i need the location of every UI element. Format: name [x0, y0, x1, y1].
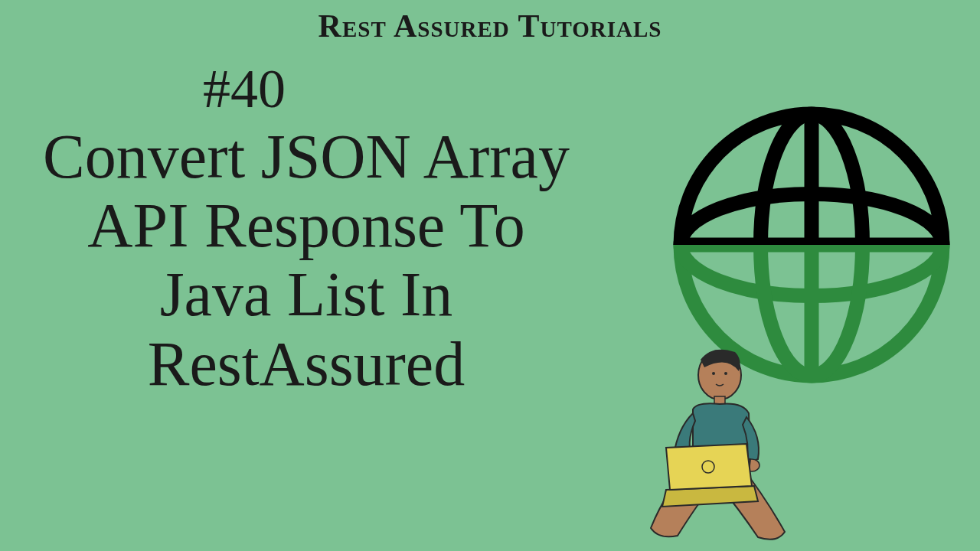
svg-point-14	[724, 372, 727, 375]
svg-point-13	[712, 372, 715, 375]
episode-title: Convert JSON Array API Response To Java …	[38, 122, 574, 399]
episode-number: #40	[203, 57, 286, 121]
series-title: Rest Assured Tutorials	[318, 8, 662, 44]
person-with-laptop-illustration	[620, 337, 804, 551]
